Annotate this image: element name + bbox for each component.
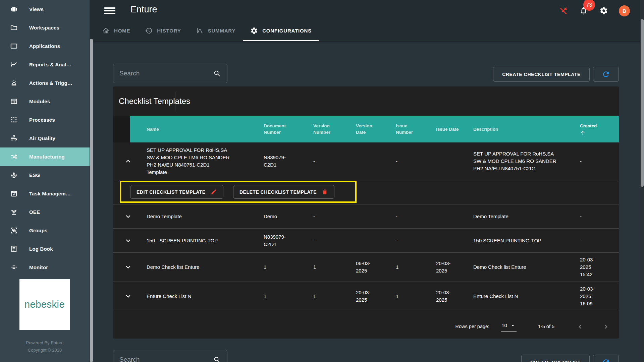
collapse-row-button[interactable] xyxy=(113,142,143,180)
sidebar-item-log-book[interactable]: Log Book xyxy=(0,240,90,258)
window-scrollbar-thumb[interactable] xyxy=(641,19,644,187)
table-header: Name Document Number Version Number Vers… xyxy=(113,116,619,142)
template-search-box[interactable] xyxy=(113,64,227,83)
cell-description: Enture Check List N xyxy=(473,293,518,300)
tab-configurations[interactable]: CONFIGURATIONS xyxy=(243,20,319,41)
sidebar-item-workspaces[interactable]: Workspaces xyxy=(0,18,90,37)
column-header-description[interactable]: Description xyxy=(470,116,577,142)
table-row[interactable]: 150 - SCREEN PRINTING-TOP N839079-C2D1 -… xyxy=(113,229,619,253)
refresh-icon xyxy=(602,358,610,362)
cell-description: Demo Template xyxy=(473,213,508,220)
sidebar-item-manufacturing[interactable]: Manufacturing xyxy=(0,147,90,166)
tab-home[interactable]: HOME xyxy=(95,20,138,41)
cell-document-number: Demo xyxy=(264,213,277,220)
column-header-name[interactable]: Name xyxy=(143,116,260,142)
create-checklist-button[interactable]: CREATE CHECKLIST xyxy=(521,355,590,362)
views-icon xyxy=(10,5,18,13)
table-row[interactable]: Demo Template Demo - - Demo Template - xyxy=(113,204,619,229)
checklist-search-box[interactable] xyxy=(113,350,227,362)
folder-icon xyxy=(10,24,18,32)
user-avatar[interactable]: B xyxy=(619,5,630,16)
table-row[interactable]: Demo Check list Enture 1 1 06-03-2025 1 … xyxy=(113,253,619,282)
card-header: Checklist Templates xyxy=(113,86,619,116)
refresh-checklists-button[interactable] xyxy=(593,355,619,362)
column-header-document-number[interactable]: Document Number xyxy=(260,116,310,142)
expand-row-button[interactable] xyxy=(113,229,143,252)
summary-curve-icon xyxy=(196,27,204,35)
sidebar-item-processes[interactable]: Processes xyxy=(0,111,90,129)
cell-document-number: 1 xyxy=(264,293,266,300)
cell-description: Demo Check list Enture xyxy=(473,263,526,271)
table-row[interactable]: Enture Check List N 1 1 20-03-2025 1 20-… xyxy=(113,282,619,311)
column-header-issue-date[interactable]: Issue Date xyxy=(433,116,470,142)
copyright-text: Copyright © 2020 xyxy=(0,347,90,354)
sidebar-item-actions-triggers[interactable]: Actions & Trigg… xyxy=(0,74,90,92)
sidebar-item-groups[interactable]: Groups xyxy=(0,221,90,240)
template-buttons: CREATE CHECKLIST TEMPLATE xyxy=(493,67,619,82)
tab-history[interactable]: HISTORY xyxy=(138,20,188,41)
topbar: Enture HOME HISTORY SUMMARY CONFIGURATIO… xyxy=(93,0,644,41)
gear-icon xyxy=(599,6,608,15)
column-header-created[interactable]: Created xyxy=(577,116,619,142)
cell-document-number: 1 xyxy=(264,263,266,271)
previous-page-icon[interactable] xyxy=(576,322,584,331)
enture-app-window: Views Workspaces Applications Reports & … xyxy=(0,0,644,362)
rows-per-page-label: Rows per page: xyxy=(455,324,490,329)
content-scrollbar[interactable] xyxy=(90,0,93,362)
line-chart-icon xyxy=(10,61,18,68)
create-checklist-template-button[interactable]: CREATE CHECKLIST TEMPLATE xyxy=(493,67,590,82)
notifications-button[interactable]: 73 xyxy=(579,6,589,16)
cell-name: Demo Check list Enture xyxy=(147,263,200,271)
sidebar-item-task-management[interactable]: Task Managem… xyxy=(0,184,90,203)
expand-row-button[interactable] xyxy=(113,204,143,228)
column-header-version-date[interactable]: Version Date xyxy=(353,116,392,142)
pagination-range: 1-5 of 5 xyxy=(538,324,554,329)
settings-button[interactable] xyxy=(599,6,609,16)
window-icon xyxy=(10,42,18,50)
gear-icon xyxy=(250,27,258,35)
tab-summary[interactable]: SUMMARY xyxy=(189,20,243,41)
groups-icon xyxy=(10,227,18,234)
refresh-templates-button[interactable] xyxy=(593,67,619,82)
row-actions-panel: EDIT CHECKLIST TEMPLATE DELETE CHECKLIST… xyxy=(113,180,619,204)
chevron-down-icon xyxy=(124,292,132,301)
dropdown-arrow-icon xyxy=(510,322,516,328)
sidebar-item-label: Manufacturing xyxy=(29,154,65,160)
content-scrollbar-thumb[interactable] xyxy=(90,39,93,362)
trash-icon xyxy=(322,189,328,195)
column-header-issue-number[interactable]: Issue Number xyxy=(392,116,433,142)
tab-label: CONFIGURATIONS xyxy=(262,28,312,34)
wind-icon xyxy=(10,134,18,142)
sidebar-item-applications[interactable]: Applications xyxy=(0,37,90,55)
sidebar-item-modules[interactable]: Modules xyxy=(0,92,90,111)
expand-row-button[interactable] xyxy=(113,282,143,311)
edit-checklist-template-button[interactable]: EDIT CHECKLIST TEMPLATE xyxy=(130,185,223,199)
sidebar-item-views[interactable]: Views xyxy=(0,0,90,18)
delete-checklist-template-button[interactable]: DELETE CHECKLIST TEMPLATE xyxy=(233,185,334,199)
sidebar-item-oee[interactable]: OEE xyxy=(0,203,90,221)
sidebar-item-monitor[interactable]: Monitor xyxy=(0,258,90,277)
template-search-input[interactable] xyxy=(119,70,210,77)
rows-per-page-select[interactable]: 10 xyxy=(501,322,517,331)
dots-grid-icon xyxy=(10,116,18,124)
sidebar-item-air-quality[interactable]: Air Quality xyxy=(0,129,90,147)
sidebar-item-label: OEE xyxy=(29,209,40,215)
cell-description: 150 SCREEN PRINTING-TOP xyxy=(473,237,541,244)
connection-off-button[interactable] xyxy=(558,6,569,16)
sidebar-item-label: Groups xyxy=(29,228,48,233)
checklist-search-input[interactable] xyxy=(119,356,210,362)
logbook-icon xyxy=(10,245,18,253)
window-scrollbar[interactable] xyxy=(640,0,644,362)
cell-version-number: 1 xyxy=(313,293,316,300)
menu-toggle-button[interactable] xyxy=(104,6,115,15)
table-row[interactable]: SET UP APPROVAL FOR RoHS,SA SW & MOD CPL… xyxy=(113,142,619,180)
column-header-version-number[interactable]: Version Number xyxy=(310,116,353,142)
expand-row-button[interactable] xyxy=(113,253,143,282)
cell-name: SET UP APPROVAL FOR RoHS,SA SW & MOD CPL… xyxy=(147,146,231,176)
nebeskie-logo-text: nebeskie xyxy=(24,299,65,310)
search-icon xyxy=(213,356,221,362)
next-page-icon[interactable] xyxy=(602,322,610,331)
sidebar-item-reports-analytics[interactable]: Reports & Anal… xyxy=(0,55,90,74)
checklist-templates-card: Checklist Templates Name Document Number… xyxy=(113,86,619,339)
sidebar-item-esg[interactable]: ESG xyxy=(0,166,90,184)
